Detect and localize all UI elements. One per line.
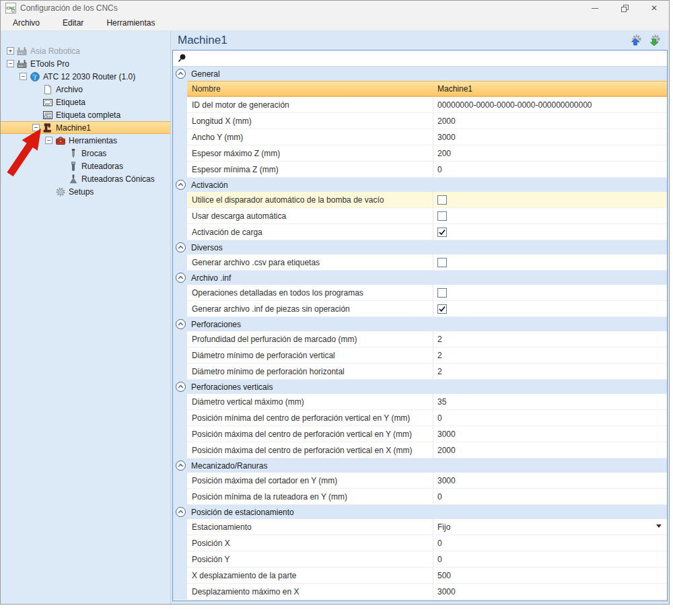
router-app-icon: f — [30, 71, 40, 82]
collapse-minus-icon[interactable]: − — [32, 124, 40, 131]
menu-item-editar[interactable]: Editar — [59, 16, 93, 30]
tree-item-label: Ruteadoras Cónicas — [81, 174, 155, 184]
section-header-activaci-n[interactable]: Activación — [173, 178, 667, 192]
panel-title: Machine1 — [178, 34, 625, 47]
property-label: Posición máxima del centro de perforació… — [187, 442, 433, 458]
tree-item-etools-pro[interactable]: −ETools Pro — [1, 57, 170, 70]
property-value[interactable]: 3000 — [433, 426, 667, 442]
property-value[interactable]: 0 — [433, 551, 667, 567]
section-header-diversos[interactable]: Diversos — [173, 240, 667, 254]
property-value[interactable] — [433, 254, 667, 270]
property-value[interactable]: 3000 — [433, 473, 667, 488]
collapse-chevron-icon[interactable] — [176, 273, 186, 283]
property-value[interactable]: 2000 — [433, 113, 667, 129]
tree-item-asia-robotica[interactable]: +Asia Robotica — [1, 44, 170, 57]
collapse-chevron-icon[interactable] — [176, 242, 186, 252]
collapse-chevron-icon[interactable] — [176, 69, 186, 79]
property-value[interactable]: 00000000-0000-0000-0000-000000000000 — [433, 97, 667, 112]
property-value[interactable]: 2 — [433, 347, 667, 363]
tree-item-archivo[interactable]: Archivo — [1, 83, 170, 96]
tree-item-label: Asia Robotica — [30, 46, 80, 56]
tree-item-etiqueta-completa[interactable]: Etiqueta completa — [1, 108, 170, 121]
property-label: Usar descarga automática — [187, 208, 433, 224]
property-value[interactable]: 3000 — [433, 584, 667, 599]
section-header-perforaciones[interactable]: Perforaciones — [173, 317, 667, 331]
row-indent-strip — [173, 584, 187, 600]
tree-item-setups[interactable]: Setups — [1, 185, 170, 198]
tree-item-ruteadoras-conicas[interactable]: Ruteadoras Cónicas — [1, 172, 170, 185]
sidebar-tree: +Asia Robotica−ETools Pro−fATC 12 2030 R… — [1, 31, 171, 604]
section-header-general[interactable]: General — [173, 67, 667, 81]
value-text: 500 — [437, 571, 451, 580]
property-grid: GeneralNombreMachine1ID del motor de gen… — [172, 50, 668, 601]
property-value[interactable] — [433, 224, 667, 240]
gear-up-arrow-icon[interactable] — [629, 33, 643, 48]
tree-item-label: Archivo — [56, 85, 83, 94]
gear-down-arrow-icon[interactable] — [647, 33, 662, 48]
section-header-mecanizado-ranuras[interactable]: Mecanizado/Ranuras — [173, 458, 667, 473]
property-value[interactable]: 2 — [433, 331, 667, 347]
property-value[interactable]: 200 — [433, 145, 667, 161]
minimize-icon[interactable] — [580, 1, 610, 15]
filter-input[interactable] — [173, 50, 667, 66]
collapse-chevron-icon[interactable] — [176, 382, 186, 392]
checkbox-unchecked-icon[interactable] — [437, 195, 447, 205]
property-value[interactable] — [433, 208, 667, 224]
property-value[interactable]: 0 — [433, 535, 667, 551]
property-label: Posición máxima del centro de perforació… — [187, 426, 433, 442]
property-value[interactable] — [433, 301, 667, 316]
property-value[interactable]: Fijo — [433, 519, 667, 535]
collapse-minus-icon[interactable]: − — [45, 137, 52, 144]
property-value[interactable]: 35 — [433, 394, 667, 409]
row-indent-strip — [173, 364, 187, 380]
value-text: 2 — [437, 351, 442, 360]
property-row: Diámetro mínimo de perforación horizonta… — [173, 364, 667, 380]
section-header-archivo-inf[interactable]: Archivo .inf — [173, 271, 667, 285]
collapse-minus-icon[interactable]: − — [20, 73, 27, 80]
tree-item-machine1[interactable]: −Machine1 — [1, 121, 170, 134]
property-value[interactable]: 0 — [433, 162, 667, 177]
tree-item-ruteadoras[interactable]: Ruteadoras — [1, 160, 170, 172]
section-header-posici-n-de-estacionamiento[interactable]: Posición de estacionamiento — [173, 505, 667, 519]
menu-item-herramientas[interactable]: Herramientas — [102, 16, 164, 30]
property-value[interactable]: 500 — [433, 568, 667, 583]
router-bit-icon — [68, 161, 79, 172]
section-title: General — [191, 69, 220, 79]
property-value[interactable]: 2000 — [433, 442, 667, 458]
checkbox-checked-icon[interactable] — [437, 304, 447, 314]
checkbox-unchecked-icon[interactable] — [437, 258, 447, 267]
section-header-perforaciones-verticais[interactable]: Perforaciones verticais — [173, 380, 667, 394]
tree-item-etiqueta[interactable]: Etiqueta — [1, 96, 170, 108]
row-indent-strip — [173, 162, 187, 178]
menu-item-archivo[interactable]: Archivo — [9, 16, 49, 30]
property-value[interactable]: Machine1 — [433, 81, 667, 96]
property-value[interactable]: 3000 — [433, 129, 667, 145]
property-value[interactable]: 0 — [433, 410, 667, 425]
search-icon — [177, 53, 187, 63]
dropdown-caret-icon[interactable] — [656, 524, 662, 528]
value-text: 0 — [437, 539, 442, 548]
property-value[interactable] — [433, 285, 667, 300]
property-value[interactable]: 0 — [433, 489, 667, 504]
close-icon[interactable]: ✕ — [639, 1, 669, 15]
tree-item-brocas[interactable]: Brocas — [1, 147, 170, 160]
property-row: NombreMachine1 — [173, 81, 667, 97]
property-row: Posición mínima de la ruteadora en Y (mm… — [173, 489, 667, 505]
collapse-chevron-icon[interactable] — [176, 319, 186, 329]
property-row: Posición máxima del centro de perforació… — [173, 442, 667, 458]
checkbox-checked-icon[interactable] — [437, 228, 447, 237]
tree-item-atc-12-2030-router[interactable]: −fATC 12 2030 Router (1.0) — [1, 70, 170, 83]
property-value[interactable] — [433, 192, 667, 207]
checkbox-unchecked-icon[interactable] — [437, 288, 447, 298]
collapse-chevron-icon[interactable] — [176, 460, 186, 471]
property-value[interactable]: 2 — [433, 364, 667, 379]
collapse-chevron-icon[interactable] — [176, 180, 186, 190]
collapse-minus-icon[interactable]: − — [7, 60, 14, 67]
collapse-chevron-icon[interactable] — [176, 507, 186, 517]
property-row: X desplazamiento de la parte500 — [173, 568, 667, 584]
checkbox-unchecked-icon[interactable] — [437, 211, 447, 221]
tree-item-herramientas[interactable]: −Herramientas — [1, 134, 170, 147]
restore-icon[interactable] — [610, 1, 639, 15]
value-text: Fijo — [437, 522, 450, 532]
expand-plus-icon[interactable]: + — [7, 47, 14, 55]
